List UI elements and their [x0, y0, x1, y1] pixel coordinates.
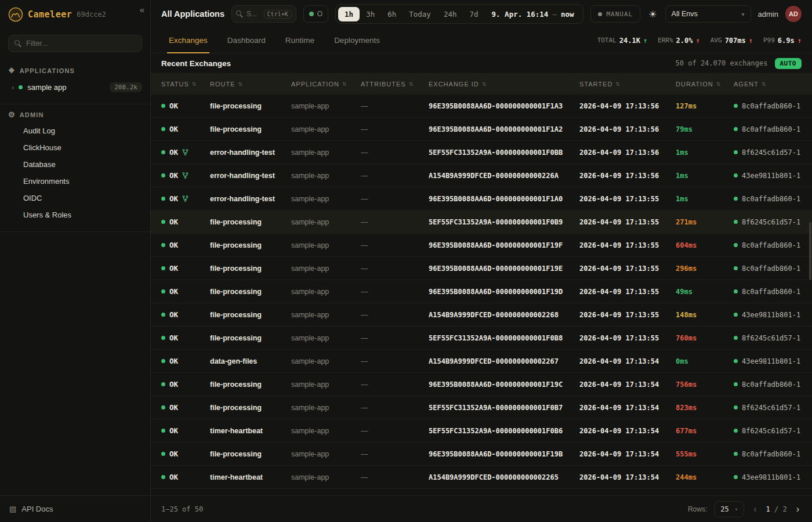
table-row[interactable]: OK file-processing sample-app — 96E395B0… [151, 257, 812, 280]
sort-icon: ⇅ [762, 81, 767, 87]
tab-deployments[interactable]: Deployments [327, 28, 387, 53]
sidebar-item-clickhouse[interactable]: ClickHouse [0, 139, 150, 156]
tab-dashboard[interactable]: Dashboard [220, 28, 273, 53]
theme-toggle-button[interactable]: ☀ [647, 9, 658, 20]
column-header-application[interactable]: APPLICATION⇅ [291, 81, 361, 88]
table-row[interactable]: OK file-processing sample-app — 96E395B0… [151, 280, 812, 303]
only-errors-toggle[interactable]: O [303, 5, 328, 23]
attributes-cell: — [361, 357, 429, 365]
table-row[interactable]: OK file-processing sample-app — 96E395B0… [151, 443, 812, 466]
agent-status-dot [734, 313, 738, 317]
avatar[interactable]: AD [785, 6, 802, 22]
sidebar-item-users-roles[interactable]: Users & Roles [0, 206, 150, 223]
sort-icon: ⇅ [482, 81, 487, 87]
application-cell: sample-app [291, 357, 361, 365]
duration-cell: 677ms [676, 427, 734, 435]
scrollbar-thumb[interactable] [809, 222, 811, 280]
sidebar-item-environments[interactable]: Environments [0, 173, 150, 190]
status-cell: OK [161, 264, 210, 273]
next-page-button[interactable]: › [794, 504, 802, 514]
tab-runtime[interactable]: Runtime [278, 28, 322, 53]
time-range-7d[interactable]: 7d [463, 7, 484, 21]
environment-select[interactable]: All Envs ▾ [665, 5, 751, 23]
time-range-1h[interactable]: 1h [338, 7, 360, 21]
route-cell: file-processing [210, 450, 291, 458]
time-range-24h[interactable]: 24h [437, 7, 463, 21]
time-range-group: 1h3h6hToday24h7d [338, 7, 484, 21]
attributes-cell: — [361, 334, 429, 342]
avatar-initials: AD [789, 10, 798, 17]
table-row[interactable]: OK error-handling-test sample-app — 5EF5… [151, 141, 812, 164]
table-row[interactable]: OK file-processing sample-app — 96E395B0… [151, 118, 812, 141]
table-row[interactable]: OK file-processing sample-app — A154B9A9… [151, 303, 812, 327]
topbar-right-cluster: MANUAL ☀ All Envs ▾ admin AD [590, 5, 802, 23]
time-range-6h[interactable]: 6h [381, 7, 403, 21]
stat-p99: P996.9s↑ [763, 37, 802, 45]
agent-status-dot [734, 336, 738, 340]
auto-refresh-badge[interactable]: AUTO [775, 58, 802, 69]
table-row[interactable]: OK file-processing sample-app — 5EF55FC3… [151, 211, 812, 234]
agent-id: 8c0affadb860-1 [742, 264, 800, 273]
attributes-cell: — [361, 172, 429, 180]
sidebar-item-oidc[interactable]: OIDC [0, 190, 150, 206]
table-row[interactable]: OK file-processing sample-app — 96E395B0… [151, 95, 812, 118]
column-header-duration[interactable]: DURATION⇅ [676, 81, 734, 88]
manual-dot-icon [598, 12, 602, 16]
collapse-sidebar-button[interactable]: « [140, 5, 144, 14]
date-range-display[interactable]: 9. Apr. 16:14 — now [485, 10, 581, 19]
column-header-status[interactable]: STATUS⇅ [161, 81, 210, 88]
table-row[interactable]: OK error-handling-test sample-app — A154… [151, 164, 812, 187]
time-range-3h[interactable]: 3h [360, 7, 381, 21]
rows-per-page-select[interactable]: 25 ▾ [714, 501, 744, 517]
global-search-input[interactable]: S... Ctrl+K [231, 5, 296, 23]
table-row[interactable]: OK data-gen-files sample-app — A154B9A99… [151, 350, 812, 373]
route-cell: file-processing [210, 102, 291, 110]
column-header-exchange-id[interactable]: EXCHANGE ID⇅ [429, 81, 579, 88]
table-row[interactable]: OK file-processing sample-app — 96E395B0… [151, 234, 812, 257]
table-title: Recent Exchanges [161, 59, 231, 68]
manual-refresh-button[interactable]: MANUAL [590, 5, 640, 23]
api-docs-link[interactable]: ▤ API Docs [0, 495, 150, 522]
agent-status-dot [734, 359, 738, 363]
agent-status-dot [734, 382, 738, 386]
sidebar-item-sample-app[interactable]: › sample app 208.2k [0, 78, 150, 96]
attributes-cell: — [361, 241, 429, 249]
sidebar-filter[interactable] [8, 35, 142, 52]
column-header-attributes[interactable]: ATTRIBUTES⇅ [361, 81, 429, 88]
status-label: OK [169, 426, 178, 435]
agent-cell: 8f6245c61d57-1 [734, 404, 802, 412]
prev-page-button[interactable]: ‹ [751, 504, 759, 514]
status-ok-dot [161, 127, 165, 131]
sidebar-item-database[interactable]: Database [0, 156, 150, 173]
route-cell: data-gen-files [210, 357, 291, 365]
table-row[interactable]: OK file-processing sample-app — 96E395B0… [151, 373, 812, 396]
agent-cell: 8f6245c61d57-1 [734, 148, 802, 157]
page-separator: / [774, 505, 778, 513]
status-ok-dot [161, 266, 165, 270]
table-row[interactable]: OK error-handling-test sample-app — 96E3… [151, 187, 812, 211]
table-row[interactable]: OK file-processing sample-app — 5EF55FC3… [151, 327, 812, 350]
attributes-cell: — [361, 102, 429, 110]
table-row[interactable]: OK timer-heartbeat sample-app — 5EF55FC3… [151, 419, 812, 443]
time-range-today[interactable]: Today [403, 7, 437, 21]
table-row[interactable]: OK file-processing sample-app — 5EF55FC3… [151, 396, 812, 419]
sidebar-filter-input[interactable] [26, 39, 136, 48]
route-cell: file-processing [210, 334, 291, 342]
trend-arrow-icon: ↑ [798, 37, 802, 45]
duration-cell: 271ms [676, 218, 734, 226]
agent-cell: 8c0affadb860-1 [734, 264, 802, 273]
column-header-route[interactable]: ROUTE⇅ [210, 81, 291, 88]
status-cell: OK [161, 241, 210, 249]
column-header-started[interactable]: STARTED⇅ [579, 81, 676, 88]
sidebar-item-audit-log[interactable]: Audit Log [0, 122, 150, 139]
table-row[interactable]: OK timer-heartbeat sample-app — A154B9A9… [151, 466, 812, 489]
manual-label: MANUAL [606, 10, 633, 18]
expand-chevron-icon[interactable]: › [12, 83, 14, 92]
application-cell: sample-app [291, 148, 361, 157]
tab-exchanges[interactable]: Exchanges [161, 28, 215, 53]
status-cell: OK [161, 449, 210, 458]
status-label: OK [169, 171, 178, 180]
status-label: OK [169, 217, 178, 226]
status-label: OK [169, 194, 178, 203]
column-header-agent[interactable]: AGENT⇅ [734, 81, 802, 88]
